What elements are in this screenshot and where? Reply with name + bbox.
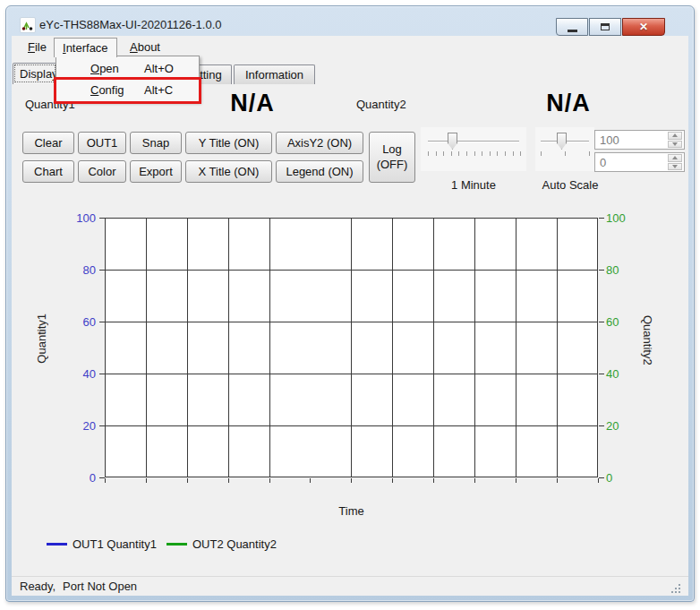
- left-axis-title: Quantity1: [35, 314, 48, 364]
- y-max-down-button[interactable]: [668, 141, 682, 149]
- time-scale-slider[interactable]: [421, 127, 526, 171]
- down-arrow-icon: [672, 165, 678, 168]
- right-ytick-label: 20: [606, 419, 636, 433]
- close-icon: ✕: [639, 21, 648, 32]
- left-ytick-label: 60: [66, 315, 96, 329]
- snap-button[interactable]: Snap: [130, 132, 182, 154]
- color-button[interactable]: Color: [78, 160, 126, 183]
- legend-label-out2: OUT2 Quantity2: [192, 537, 277, 551]
- status-port-text: Port Not Open: [63, 580, 137, 593]
- x-axis-title: Time: [105, 504, 598, 518]
- export-button[interactable]: Export: [130, 160, 182, 183]
- maximize-button[interactable]: [589, 18, 621, 36]
- maximize-icon: [601, 23, 610, 30]
- down-arrow-icon: [672, 142, 678, 146]
- x-axis-ticks: [105, 478, 599, 483]
- window-title: eYc-THS88Max-UI-20201126-1.0.0: [39, 18, 222, 31]
- y-title-toggle-button[interactable]: Y Title (ON): [185, 132, 272, 154]
- y-max-value: 100: [600, 133, 619, 147]
- status-ready-text: Ready,: [20, 580, 55, 593]
- x-title-toggle-button[interactable]: X Title (ON): [185, 160, 272, 183]
- y-max-spinner[interactable]: 100: [594, 130, 685, 150]
- time-scale-label: 1 Minute: [421, 178, 526, 192]
- chart-button[interactable]: Chart: [22, 160, 74, 183]
- menu-file[interactable]: File: [20, 39, 55, 56]
- y-min-value: 0: [600, 156, 606, 169]
- left-ytick-label: 100: [66, 211, 96, 225]
- screen: eYc-THS88Max-UI-20201126-1.0.0 ✕ File In…: [0, 0, 700, 610]
- open-shortcut: Alt+O: [144, 62, 174, 75]
- left-ytick-label: 20: [66, 419, 96, 433]
- tab-information[interactable]: Information: [234, 64, 315, 84]
- legend-toggle-button[interactable]: Legend (ON): [276, 160, 363, 183]
- legend-line-out2: [166, 543, 187, 546]
- right-axis-title: Quantity2: [641, 315, 654, 365]
- menu-interface[interactable]: Interface: [54, 38, 117, 57]
- clear-button[interactable]: Clear: [22, 132, 74, 154]
- right-ytick-label: 40: [606, 367, 636, 381]
- right-ytick-label: 100: [606, 211, 636, 225]
- resize-grip[interactable]: [671, 583, 682, 594]
- legend-line-out1: [47, 543, 67, 546]
- config-highlight-rectangle: [54, 77, 201, 104]
- left-axis-ticks: [99, 218, 105, 478]
- time-scale-slider-ticks: [428, 151, 521, 156]
- close-button[interactable]: ✕: [622, 18, 665, 36]
- left-ytick-label: 40: [66, 367, 96, 381]
- y-min-spinner[interactable]: 0: [594, 152, 685, 172]
- eyc-logo-icon: [21, 19, 34, 31]
- up-arrow-icon: [672, 156, 678, 159]
- right-ytick-label: 0: [606, 471, 636, 485]
- right-ytick-label: 60: [606, 315, 636, 329]
- auto-scale-slider-ticks: [541, 151, 591, 156]
- legend-label-out1: OUT1 Quantity1: [73, 537, 157, 551]
- minimize-icon: [568, 30, 577, 32]
- axis-y2-toggle-button[interactable]: AxisY2 (ON): [276, 132, 363, 154]
- up-arrow-icon: [672, 133, 678, 137]
- quantity2-label: Quantity2: [356, 98, 406, 111]
- quantity2-value: N/A: [537, 90, 600, 117]
- y-min-down-button[interactable]: [668, 163, 682, 171]
- minimize-button[interactable]: [556, 18, 588, 36]
- log-toggle-button[interactable]: Log (OFF): [369, 132, 415, 183]
- menu-about[interactable]: About: [122, 39, 168, 56]
- time-scale-slider-track: [428, 141, 519, 142]
- tab-display[interactable]: Display: [13, 63, 57, 84]
- y-min-up-button[interactable]: [668, 154, 682, 162]
- app-icon: [20, 17, 36, 33]
- left-ytick-label: 80: [66, 263, 96, 277]
- left-ytick-label: 0: [66, 471, 96, 485]
- quantity1-value: N/A: [218, 90, 287, 117]
- right-axis-ticks: [599, 218, 604, 478]
- chart-plot-area: [105, 218, 598, 477]
- auto-scale-label: Auto Scale: [532, 178, 609, 192]
- out1-button[interactable]: OUT1: [78, 132, 126, 154]
- y-max-up-button[interactable]: [668, 132, 682, 140]
- right-ytick-label: 80: [606, 263, 636, 277]
